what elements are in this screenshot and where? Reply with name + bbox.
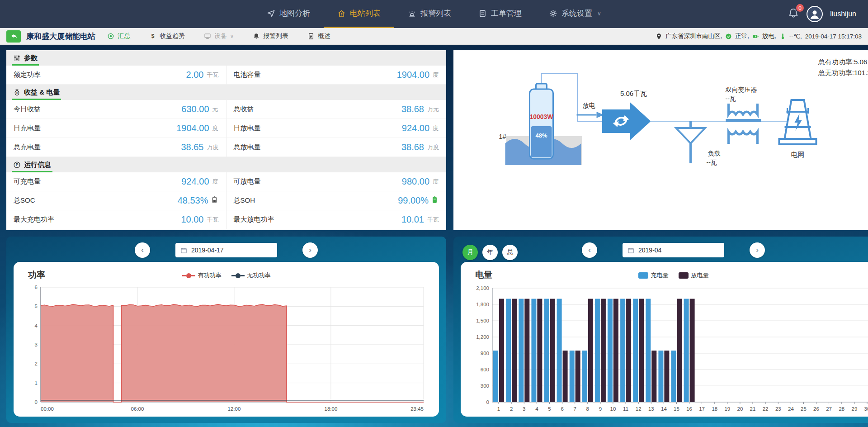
calendar-icon [180, 247, 187, 254]
battery-soh-icon [431, 196, 439, 204]
grid-label: 电网 [791, 151, 805, 158]
converter-power-label: 5.06千瓦 [620, 90, 647, 97]
svg-text:24: 24 [788, 406, 794, 412]
svg-text:27: 27 [826, 406, 832, 412]
power-totals: 总有功功率:5.06 千瓦 总无功功率:101.35 乏 [818, 57, 868, 78]
transformer-primary-coil[interactable] [729, 104, 758, 114]
pin-icon [656, 33, 662, 40]
svg-text:25: 25 [801, 406, 807, 412]
info-unit: 千瓦 [207, 216, 219, 224]
nav-item-work-order[interactable]: 工单管理 [465, 0, 535, 28]
bell-icon [253, 33, 260, 40]
battery-icon [752, 33, 759, 40]
svg-text:P: P [16, 162, 19, 167]
battery-fill-level [531, 126, 552, 157]
nav-item-settings[interactable]: 系统设置 ∨ [535, 0, 615, 28]
info-row: 可充电量 924.00 度 可放电量 980.00 度 [6, 172, 446, 191]
station-tabs: 汇总 $收益趋势 设备 ∨ 报警列表 概述 [107, 32, 330, 40]
period-switcher: 月 年 总 [462, 245, 518, 260]
map-analysis-icon [267, 9, 275, 18]
info-cell: 总充电量 38.65 万度 [6, 138, 226, 157]
period-button-年[interactable]: 年 [482, 245, 498, 260]
back-arrow-icon [10, 33, 18, 40]
info-cell: 可放电量 980.00 度 [226, 172, 447, 191]
device-icon [204, 33, 211, 40]
alarm-list-icon [408, 9, 416, 18]
legend-item[interactable]: 有功功率 [182, 271, 222, 280]
info-unit: 万度 [427, 143, 439, 152]
nav-item-station-list[interactable]: 电站列表 [324, 0, 394, 28]
dashboard: 参数 额定功率 2.00 千瓦 电池容量 1904.00 度 ¥收益 & 电量 … [0, 45, 868, 423]
legend-item[interactable]: 放电量 [679, 271, 709, 280]
info-unit: 万度 [207, 143, 219, 152]
info-cell: 日充电量 1904.00 度 [6, 119, 226, 138]
info-unit: 度 [433, 124, 439, 133]
power-prev-day-button[interactable]: ‹ [135, 242, 150, 258]
avatar[interactable] [807, 6, 823, 22]
svg-text:3: 3 [523, 406, 525, 412]
toolbar-tab-target[interactable]: 汇总 [107, 32, 130, 40]
discharge-label: 放电 [583, 102, 595, 109]
power-chart-title: 功率 [28, 269, 45, 281]
nav-item-label: 报警列表 [420, 8, 451, 19]
notifications-button[interactable]: 0 [788, 7, 799, 21]
svg-text:6: 6 [35, 285, 38, 290]
svg-text:3: 3 [35, 342, 38, 347]
energy-prev-month-button[interactable]: ‹ [582, 242, 597, 258]
period-button-月[interactable]: 月 [462, 245, 478, 260]
info-value: 2.00 [186, 70, 204, 80]
toolbar-tab-doc[interactable]: 概述 [307, 32, 330, 40]
energy-next-month-button[interactable]: › [750, 242, 765, 258]
info-row: 额定功率 2.00 千瓦 电池容量 1904.00 度 [6, 66, 446, 85]
svg-text:28: 28 [839, 406, 844, 412]
username: liushijun [830, 10, 856, 18]
power-next-day-button[interactable]: › [302, 242, 318, 258]
status-text: --℃, [789, 33, 802, 40]
legend-label: 无功功率 [247, 271, 271, 280]
info-unit: 度 [212, 124, 219, 133]
top-nav: 地图分析 电站列表 报警列表 工单管理 系统设置 ∨ 0 liushij [0, 0, 868, 28]
info-label: 电池容量 [234, 71, 261, 79]
svg-text:23:45: 23:45 [410, 406, 424, 412]
info-cell: 电池容量 1904.00 度 [226, 66, 447, 85]
status-text: 广东省深圳市南山区, [665, 32, 722, 40]
power-date-picker[interactable]: 2019-04-17 [175, 243, 277, 257]
legend-label: 有功功率 [198, 271, 222, 280]
period-button-总[interactable]: 总 [502, 245, 518, 260]
info-value: 99.00% [398, 195, 429, 206]
battery-id-label: 1# [499, 133, 506, 140]
info-cell: 额定功率 2.00 千瓦 [6, 66, 226, 85]
total-reactive-power: 总无功功率:101.35 乏 [818, 67, 868, 78]
svg-text:12:00: 12:00 [228, 406, 241, 412]
nav-item-alarm-list[interactable]: 报警列表 [394, 0, 465, 28]
work-order-icon [478, 9, 487, 18]
svg-text:11: 11 [623, 406, 628, 412]
back-button[interactable] [6, 30, 21, 43]
nav-item-map-analysis[interactable]: 地图分析 [253, 0, 324, 28]
toolbar-tab-dollar[interactable]: $收益趋势 [149, 32, 185, 40]
toolbar-tab-bell[interactable]: 报警列表 [253, 32, 288, 40]
legend-item[interactable]: 充电量 [638, 271, 669, 280]
legend-item[interactable]: 无功功率 [231, 271, 271, 280]
svg-text:14: 14 [661, 406, 667, 412]
svg-text:12: 12 [636, 406, 642, 412]
toolbar-tab-device[interactable]: 设备 ∨ [204, 32, 234, 40]
svg-text:4: 4 [35, 323, 38, 328]
section-title: P运行信息 [12, 158, 52, 172]
info-row: 今日收益 630.00 元 总收益 38.68 万元 [6, 100, 446, 119]
notification-badge: 0 [795, 3, 805, 13]
target-icon [107, 33, 114, 40]
calendar-icon [627, 247, 634, 254]
info-value: 10.01 [401, 214, 424, 225]
svg-text:00:00: 00:00 [41, 406, 54, 412]
tower-base [779, 139, 816, 144]
toolbar-tab-label: 报警列表 [263, 32, 288, 40]
svg-text:17: 17 [699, 406, 705, 412]
legend-swatch [679, 272, 689, 279]
svg-text:0: 0 [35, 399, 38, 405]
energy-flow-panel: 总有功功率:5.06 千瓦 总无功功率:101.35 乏 1# 10003W 4… [453, 50, 868, 230]
load-icon[interactable] [676, 128, 705, 143]
energy-date-picker[interactable]: 2019-04 [623, 243, 724, 257]
info-value: 1904.00 [176, 123, 209, 133]
power-card: ‹ 2019-04-17 › 功率 有功功率 无功功率 [6, 237, 446, 423]
